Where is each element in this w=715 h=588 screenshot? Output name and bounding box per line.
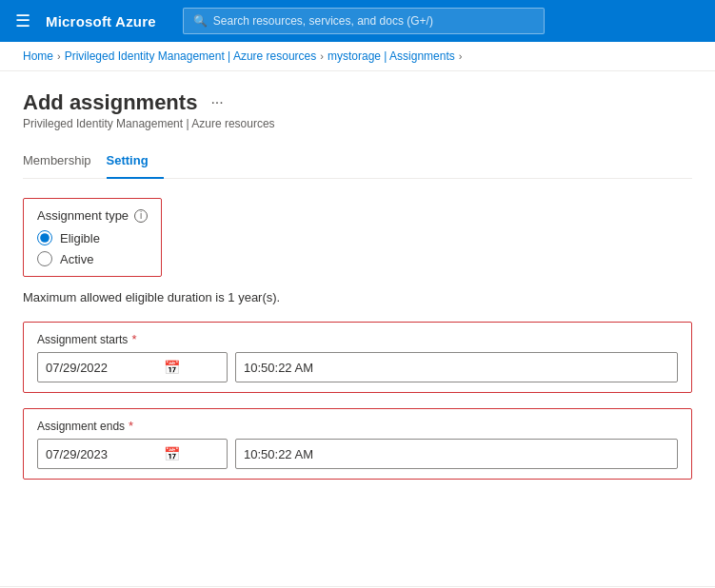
assignment-ends-required: * <box>129 419 133 433</box>
breadcrumb-pim[interactable]: Privileged Identity Management | Azure r… <box>65 49 317 63</box>
tab-setting[interactable]: Setting <box>107 146 164 179</box>
info-text: Maximum allowed eligible duration is 1 y… <box>23 290 692 304</box>
radio-eligible-input[interactable] <box>37 230 52 245</box>
breadcrumb-home[interactable]: Home <box>23 49 53 63</box>
assignment-starts-date-wrapper[interactable]: 📅 <box>37 352 228 382</box>
breadcrumb-sep-2: › <box>320 50 324 62</box>
tabs: Membership Setting <box>23 146 692 179</box>
search-placeholder-text: Search resources, services, and docs (G+… <box>213 14 433 28</box>
breadcrumb-sep-1: › <box>57 50 61 62</box>
assignment-ends-date-input[interactable] <box>46 447 160 461</box>
breadcrumb: Home › Privileged Identity Management | … <box>0 42 715 71</box>
assignment-ends-calendar-icon[interactable]: 📅 <box>164 446 180 461</box>
page-subtitle: Privileged Identity Management | Azure r… <box>23 117 692 130</box>
tab-membership[interactable]: Membership <box>23 146 107 179</box>
page-header: Add assignments ··· <box>23 90 692 115</box>
assignment-starts-label: Assignment starts * <box>37 332 678 346</box>
assignment-starts-date-input[interactable] <box>46 361 160 375</box>
assignment-ends-date-wrapper[interactable]: 📅 <box>37 439 228 469</box>
assignment-type-info-icon[interactable]: i <box>134 209 148 223</box>
page-title: Add assignments <box>23 90 197 115</box>
topbar: ☰ Microsoft Azure 🔍 Search resources, se… <box>0 0 715 42</box>
radio-active-label: Active <box>60 252 93 266</box>
breadcrumb-sep-3: › <box>459 50 463 62</box>
assignment-type-box: Assignment type i Eligible Active <box>23 198 162 277</box>
assignment-starts-calendar-icon[interactable]: 📅 <box>164 360 180 375</box>
search-bar[interactable]: 🔍 Search resources, services, and docs (… <box>183 8 545 34</box>
app-logo: Microsoft Azure <box>46 13 156 29</box>
assignment-starts-time-input[interactable] <box>235 352 678 382</box>
assignment-type-label: Assignment type i <box>37 208 148 223</box>
assignment-ends-label: Assignment ends * <box>37 419 678 433</box>
hamburger-icon[interactable]: ☰ <box>11 7 34 35</box>
assignment-starts-row: 📅 <box>37 352 678 382</box>
radio-active-input[interactable] <box>37 251 52 266</box>
assignment-ends-time-input[interactable] <box>235 439 678 469</box>
radio-active[interactable]: Active <box>37 251 148 266</box>
ellipsis-button[interactable]: ··· <box>205 92 228 113</box>
assignment-type-radio-group: Eligible Active <box>37 230 148 266</box>
assignment-starts-group: Assignment starts * 📅 <box>23 322 692 393</box>
search-icon: 🔍 <box>193 14 208 28</box>
radio-eligible[interactable]: Eligible <box>37 230 148 245</box>
assignment-starts-required: * <box>131 332 136 346</box>
assignment-ends-row: 📅 <box>37 439 678 469</box>
assignment-ends-group: Assignment ends * 📅 <box>23 408 692 480</box>
main-content: Add assignments ··· Privileged Identity … <box>0 71 715 586</box>
radio-eligible-label: Eligible <box>60 231 100 245</box>
breadcrumb-mystorage[interactable]: mystorage | Assignments <box>328 49 455 63</box>
